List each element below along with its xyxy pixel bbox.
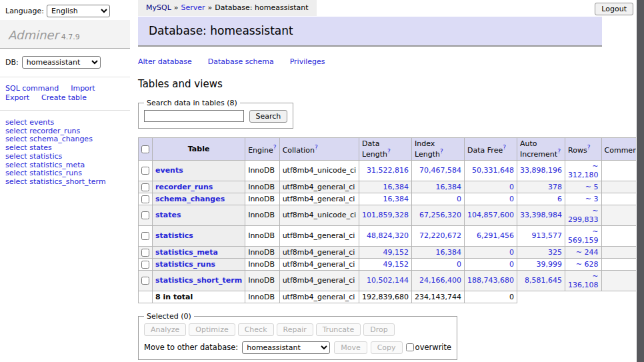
data-free-link[interactable]: 104,857,600: [467, 211, 514, 219]
total-index-length: 234,143,744: [412, 291, 465, 303]
db-select[interactable]: homeassistant: [22, 56, 101, 69]
rows-link[interactable]: ~ 628: [576, 260, 599, 269]
data-length-link[interactable]: 49,152: [383, 260, 409, 269]
index-length-link[interactable]: 16,384: [436, 248, 462, 257]
help-link[interactable]: ?: [315, 144, 318, 151]
data-free-link[interactable]: 0: [509, 248, 514, 257]
vertical-scrollbar[interactable]: [636, 0, 644, 362]
db-action-link[interactable]: Database schema: [208, 57, 274, 66]
row-checkbox[interactable]: [141, 211, 149, 219]
data-length-link[interactable]: 48,824,320: [367, 231, 409, 240]
auto-increment-link[interactable]: 8,581,645: [525, 276, 562, 285]
sidebar-action-link[interactable]: Import: [71, 84, 95, 93]
db-action-link[interactable]: Alter database: [138, 57, 192, 66]
data-free-link[interactable]: 6,291,456: [477, 231, 514, 240]
help-link[interactable]: ?: [557, 148, 561, 155]
index-length-link[interactable]: 24,166,400: [419, 276, 461, 285]
index-length-link[interactable]: 0: [457, 260, 461, 269]
sidebar-item-select-events[interactable]: select events: [5, 119, 125, 127]
row-checkbox[interactable]: [141, 261, 149, 269]
truncate-button[interactable]: Truncate: [316, 323, 361, 336]
data-free-link[interactable]: 0: [509, 260, 514, 269]
table-name-link[interactable]: statistics: [155, 231, 193, 240]
column-header-label: Rows: [568, 145, 587, 154]
analyze-button[interactable]: Analyze: [144, 323, 186, 336]
rows-link[interactable]: ~ 5: [585, 183, 599, 191]
rows-link[interactable]: ~ 244: [576, 248, 599, 257]
help-link[interactable]: ?: [440, 148, 443, 155]
auto-increment-link[interactable]: 39,999: [537, 260, 563, 269]
auto-increment-link[interactable]: 378: [548, 183, 562, 191]
breadcrumb-item[interactable]: MySQL: [146, 3, 171, 12]
data-length-link[interactable]: 101,859,328: [362, 211, 409, 219]
sidebar-item-select-statistics[interactable]: select statistics: [5, 153, 125, 161]
rows-link[interactable]: ~ 136,108: [568, 272, 599, 289]
select-all-checkbox[interactable]: [141, 145, 149, 153]
auto-increment-link[interactable]: 33,898,196: [520, 166, 562, 175]
data-length-cell: 49,152: [359, 246, 412, 258]
table-name-link[interactable]: schema_changes: [155, 195, 225, 203]
table-name-link[interactable]: statistics_runs: [155, 260, 215, 269]
rows-cell: ~ 569,159: [565, 225, 601, 246]
overwrite-checkbox[interactable]: [406, 343, 414, 351]
table-name-link[interactable]: statistics_meta: [155, 248, 218, 257]
data-length-link[interactable]: 49,152: [383, 248, 409, 257]
breadcrumb-item[interactable]: Server: [181, 3, 205, 12]
index-length-link[interactable]: 70,467,584: [419, 166, 461, 175]
row-checkbox[interactable]: [141, 167, 149, 175]
rows-link[interactable]: ~ 569,159: [568, 227, 599, 245]
help-link[interactable]: ?: [273, 144, 277, 151]
sidebar-action-link[interactable]: SQL command: [5, 84, 59, 93]
row-checkbox[interactable]: [141, 183, 149, 191]
table-name-link[interactable]: statistics_short_term: [155, 276, 242, 285]
data-length-link[interactable]: 16,384: [383, 195, 409, 203]
row-checkbox-cell: [139, 205, 153, 225]
repair-button[interactable]: Repair: [277, 323, 313, 336]
sidebar-action-link[interactable]: Create table: [41, 93, 87, 102]
search-input[interactable]: [144, 110, 244, 122]
move-button[interactable]: Move: [334, 341, 367, 354]
data-free-link[interactable]: 188,743,680: [467, 276, 514, 285]
help-icon: ?: [315, 144, 318, 151]
row-checkbox[interactable]: [141, 195, 149, 203]
index-length-link[interactable]: 67,256,320: [419, 211, 461, 219]
auto-increment-link[interactable]: 913,577: [532, 231, 563, 240]
sidebar-item-select-states[interactable]: select states: [5, 144, 125, 153]
collation-cell: utf8mb4_general_ci: [279, 181, 359, 193]
help-link[interactable]: ?: [387, 148, 391, 155]
data-length-link[interactable]: 16,384: [383, 183, 409, 191]
search-button[interactable]: Search: [249, 110, 288, 123]
drop-button[interactable]: Drop: [363, 323, 394, 336]
db-action-link[interactable]: Privileges: [290, 57, 325, 66]
data-length-link[interactable]: 31,522,816: [367, 166, 409, 175]
copy-button[interactable]: Copy: [371, 341, 403, 354]
optimize-button[interactable]: Optimize: [189, 323, 235, 336]
help-link[interactable]: ?: [587, 144, 591, 151]
table-name-link[interactable]: recorder_runs: [155, 183, 213, 191]
help-icon: ?: [387, 148, 391, 155]
data-length-link[interactable]: 10,502,144: [367, 276, 409, 285]
table-name-link[interactable]: states: [155, 211, 181, 219]
move-db-select[interactable]: homeassistant: [242, 341, 330, 354]
data-free-link[interactable]: 0: [509, 195, 514, 203]
auto-increment-link[interactable]: 33,398,984: [520, 211, 562, 219]
index-length-link[interactable]: 0: [457, 195, 461, 203]
data-free-link[interactable]: 0: [509, 183, 514, 191]
index-length-link[interactable]: 72,220,672: [419, 231, 461, 240]
row-checkbox[interactable]: [141, 232, 149, 240]
rows-link[interactable]: ~ 3: [585, 195, 599, 203]
help-link[interactable]: ?: [503, 144, 506, 151]
rows-link[interactable]: ~ 299,833: [568, 207, 599, 224]
sidebar-item-select-statistics_short_term[interactable]: select statistics_short_term: [5, 178, 125, 187]
table-name-link[interactable]: events: [155, 166, 183, 175]
rows-link[interactable]: ~ 312,180: [568, 162, 599, 179]
language-select[interactable]: English: [47, 5, 110, 17]
index-length-link[interactable]: 16,384: [436, 183, 462, 191]
auto-increment-link[interactable]: 6: [557, 195, 562, 203]
sidebar-action-link[interactable]: Export: [5, 93, 29, 102]
row-checkbox[interactable]: [141, 249, 149, 257]
data-free-link[interactable]: 50,331,648: [472, 166, 514, 175]
auto-increment-link[interactable]: 325: [548, 248, 562, 257]
row-checkbox[interactable]: [141, 277, 149, 285]
check-button[interactable]: Check: [238, 323, 274, 336]
